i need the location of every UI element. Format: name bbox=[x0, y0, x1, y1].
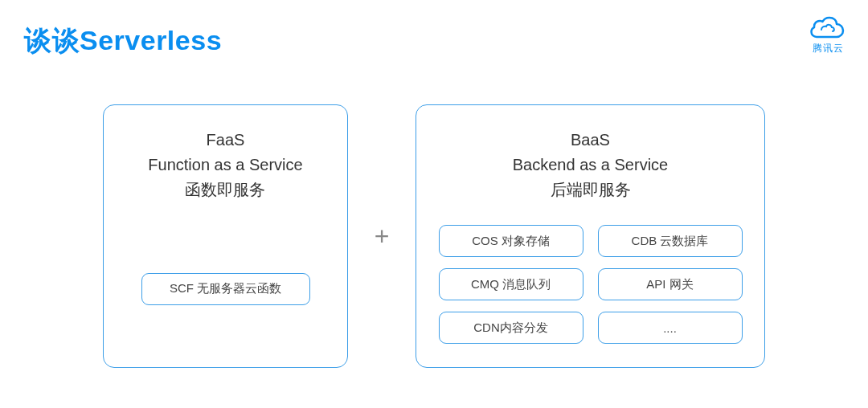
plus-icon: + bbox=[364, 218, 399, 254]
baas-title-3: 后端即服务 bbox=[513, 177, 668, 202]
baas-body: COS 对象存储 CDB 云数据库 CMQ 消息队列 API 网关 CDN内容分… bbox=[439, 225, 743, 363]
brand-logo: 腾讯云 bbox=[810, 16, 845, 55]
faas-item: SCF 无服务器云函数 bbox=[141, 273, 310, 305]
faas-title-3: 函数即服务 bbox=[148, 177, 302, 202]
brand-label: 腾讯云 bbox=[810, 42, 845, 55]
faas-heading: FaaS Function as a Service 函数即服务 bbox=[148, 128, 302, 202]
baas-title-2: Backend as a Service bbox=[513, 153, 668, 177]
baas-item: COS 对象存储 bbox=[439, 225, 583, 257]
baas-item: CDB 云数据库 bbox=[598, 225, 743, 257]
cloud-icon bbox=[810, 16, 845, 40]
page-title: 谈谈Serverless bbox=[24, 22, 222, 59]
baas-card: BaaS Backend as a Service 后端即服务 COS 对象存储… bbox=[416, 104, 765, 368]
baas-item: API 网关 bbox=[598, 268, 743, 300]
faas-title-1: FaaS bbox=[148, 128, 302, 153]
baas-item: CDN内容分发 bbox=[439, 312, 583, 344]
faas-card: FaaS Function as a Service 函数即服务 SCF 无服务… bbox=[103, 104, 348, 368]
baas-item: .... bbox=[598, 312, 743, 344]
faas-body: SCF 无服务器云函数 bbox=[104, 226, 347, 367]
baas-heading: BaaS Backend as a Service 后端即服务 bbox=[513, 128, 668, 202]
baas-item: CMQ 消息队列 bbox=[439, 268, 583, 300]
diagram-content: FaaS Function as a Service 函数即服务 SCF 无服务… bbox=[0, 104, 868, 368]
faas-title-2: Function as a Service bbox=[148, 153, 302, 177]
baas-title-1: BaaS bbox=[513, 128, 668, 153]
